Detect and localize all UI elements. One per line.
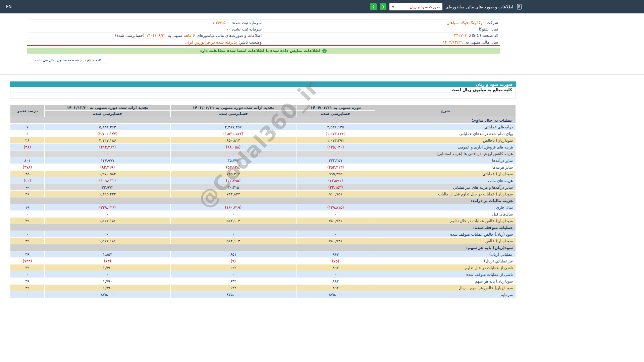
- top-bar: اطلاعات و صورت‌های مالی میاندوره‌ای صورت…: [0, 0, 644, 13]
- cell-percent-change: (۳۷۸): [10, 164, 45, 170]
- unregistered-capital-label: سرمایه ثبت نشده:: [230, 27, 262, 32]
- cell-value: ۰: [296, 150, 375, 157]
- statement-table-body: عملیات در حال تداوم:درآمدهاي عملياتي۲,۵۴…: [10, 117, 516, 298]
- table-row: غیرعملیاتي (ریال)(۷۵)(۹)(۶۳)(۷۲۳): [10, 258, 516, 264]
- cell-value: ۲,۵۴۶,۱۳۵: [296, 124, 375, 130]
- cell-value: ۰: [45, 231, 170, 237]
- cell-value: ۱,۹۷۰,۵۸۲: [45, 171, 170, 177]
- isic-label: کد صنعت (ISIC):: [469, 33, 498, 38]
- table-row: هزینه کاهش ارزش دریافتنی ها (هزینه استثن…: [10, 150, 516, 157]
- cell-value: ۸۷۵,۰۰۰: [45, 291, 170, 298]
- cell-value: ۰: [296, 211, 375, 217]
- statement-title-bar: صورت سود و زیان: [10, 81, 516, 87]
- section-row-label: هزینه مالیات بر درآمد:: [10, 197, 516, 204]
- signature-match-text: اطلاعات نمایش داده شده با اطلاعات امضا ش…: [200, 48, 321, 53]
- amounts-note-text: کلیه مبالغ به میلیون ریال است: [10, 87, 516, 93]
- row-label: ناشي از عملیات متوقف شده: [375, 271, 516, 278]
- cell-percent-change: ۲۶: [10, 191, 45, 197]
- cell-value: (۲۵۴,۲۱۳): [296, 164, 375, 170]
- report-period-suffix: (حسابرسی شده): [115, 33, 145, 38]
- cell-value: ۷۸۰,۹۳۶: [296, 238, 375, 244]
- fiscal-year-value: ۱۴۰۴/۱۲/۲۹: [443, 40, 463, 45]
- col-header-audited-1: حسابرسی شده: [296, 110, 375, 117]
- row-label: سود(زیان) ناخالص: [375, 137, 516, 143]
- table-row: سود(زیان) خالص۷۸۰,۹۳۶۵۶۲,۱۰۳۱,۵۶۶,۱۸۶۳۹: [10, 238, 516, 244]
- statement-section: صورت سود و زیان کلیه مبالغ به میلیون ریا…: [10, 81, 516, 298]
- table-row: درآمدهاي عملياتي۲,۵۴۶,۱۳۵۲,۳۸۷,۳۵۷۵,۸۳۱,…: [10, 124, 516, 130]
- row-label: سایر درآمدها: [375, 157, 516, 164]
- cell-value: ۱,۸۹۵,۲۲۲: [45, 191, 170, 197]
- cell-percent-change: ۰: [10, 150, 45, 157]
- table-row: سود (زیان) خالص عملیات متوقف شده۰۰۰۰: [10, 231, 516, 237]
- symbol-label: نماد:: [490, 27, 498, 32]
- row-label: سرمایه: [375, 291, 516, 298]
- table-row: سایر درآمدها۳۲۲,۲۵۷۳۵,۷۷۴۱۴۷,۹۷۷۸۰۱: [10, 157, 516, 164]
- unregistered-capital-value: ۰: [226, 27, 228, 32]
- cell-value: ۱,۷۹۰: [45, 264, 170, 271]
- table-row: سود(زیان) خالص عملیات در حال تداوم۷۸۰,۹۳…: [10, 218, 516, 224]
- cell-value: ۸۹۲: [296, 264, 375, 271]
- cell-value: ۱,۵۶۶,۱۸۶: [45, 238, 170, 244]
- cell-value: (۱,۵۳۶,۵۴۳): [170, 130, 296, 137]
- prev-statement-button[interactable]: ❯: [370, 3, 377, 10]
- section-row-label: عملیات متوقف شده:: [10, 224, 516, 231]
- cell-value: (۱۰۹,۴۳۲): [45, 177, 170, 184]
- isic-value: ۴۴۲۲۰۳: [454, 33, 467, 38]
- signature-match-banner: i اطلاعات نمایش داده شده با اطلاعات امضا…: [27, 48, 500, 54]
- company-info-table: شرکت: توکا رنگ فولاد سپاهان سرمایه ثبت ش…: [27, 19, 500, 46]
- cell-value: ۱,۷۹۰: [45, 278, 170, 284]
- cell-value: ۱,۷۹۰: [45, 285, 170, 291]
- cell-percent-change: (۴۸): [10, 144, 45, 150]
- registered-capital-value: ۱,۲۶۲,۵۰۰: [212, 20, 230, 25]
- table-row: سال جاری(۱۲۹,۸۱۵)(۱۶۰,۷۱۹)(۳۲۹,۰۳۶)۱۹: [10, 204, 516, 210]
- cell-value: (۷۵): [296, 258, 375, 264]
- issuer-status-value: پذیرفته شده در فرابورس ایران: [185, 40, 237, 45]
- row-label: هزینه های فروش, اداری و عمومی: [375, 144, 516, 150]
- cell-value: (۳۲۹,۰۳۶): [45, 204, 170, 210]
- row-label: درآمدهاي عملياتي: [375, 124, 516, 130]
- cell-value: ۰: [170, 211, 296, 217]
- cell-percent-change: ۳۹: [10, 278, 45, 284]
- col-header-audited-3: حسابرسی شده: [45, 110, 170, 117]
- col-header-period-current: دوره منتهی به ۱۴۰۴/۰۶/۳۱: [296, 105, 375, 110]
- language-toggle-en[interactable]: EN: [6, 4, 12, 9]
- cell-value: ۰: [170, 231, 296, 237]
- cell-value: ۰: [296, 231, 375, 237]
- amounts-note-box: کلیه مبالغ به میلیون ریال است: [10, 87, 516, 99]
- cell-value: (۱۶۰,۷۱۹): [170, 204, 296, 210]
- col-header-period-prior: تجدید ارائه شده دوره منتهی به ۱۴۰۳/۰۶/۳۱: [170, 105, 296, 110]
- cell-value: ۳۵,۷۷۴: [170, 157, 296, 164]
- row-label: بهای تمام شده درآمدهای عملیاتی: [375, 130, 516, 137]
- cell-percent-change: (۷۲۳): [10, 258, 45, 264]
- table-section-row: هزینه مالیات بر درآمد:: [10, 197, 516, 204]
- row-label: سود(زیان) عملیاتي: [375, 171, 516, 177]
- cell-value: ۸۹۲: [296, 278, 375, 284]
- cell-value: ۸۹۲: [296, 285, 375, 291]
- table-row: سود(زیان) عملیاتي۹۹۵,۴۹۵۷۳۵,۴۰۲۱,۹۷۰,۵۸۲…: [10, 171, 516, 177]
- cell-percent-change: --: [10, 184, 45, 190]
- table-section-row: سود(زیان) پایه هر سهم:: [10, 244, 516, 251]
- statement-type-dropdown[interactable]: صورت سود و زیان ▾: [389, 3, 442, 10]
- cell-value: (۴۲,۷۹۵): [170, 177, 296, 184]
- section-row-label: سود(زیان) پایه هر سهم:: [10, 244, 516, 251]
- company-label: شرکت:: [485, 20, 498, 25]
- table-row: سرمایه۸۷۵,۰۰۰۸۷۵,۰۰۰۸۷۵,۰۰۰۰: [10, 291, 516, 298]
- table-row: هزینه های فروش, اداری و عمومی(۱۴۵,۰۴۰)(۹…: [10, 144, 516, 150]
- cell-value: ۰: [170, 150, 296, 157]
- next-statement-button[interactable]: ❮: [380, 3, 386, 10]
- cell-value: (۱۴۵,۰۴۰): [296, 144, 375, 150]
- table-row: ناشي از عملیات متوقف شده۰۰۰۰: [10, 271, 516, 278]
- cell-value: ۸۵۰,۸۱۴: [170, 137, 296, 143]
- report-period-cell: اطلاعات و صورت‌های مالی میاندوره‌ای ۶ ما…: [27, 33, 263, 38]
- cell-value: (۶۳): [45, 258, 170, 264]
- info-row: سال مالی منتهی به: ۱۴۰۴/۱۲/۲۹ وضعیت ناشر…: [27, 39, 500, 45]
- cell-percent-change: ۴۹: [10, 251, 45, 257]
- row-label: هزینه کاهش ارزش دریافتنی ها (هزینه استثن…: [375, 150, 516, 157]
- section-divider: [0, 74, 644, 75]
- amounts-note-empty-row: [10, 93, 516, 99]
- table-row: هزینه های مالی(۶۲,۵۹۱)(۴۲,۷۹۵)(۱۰۹,۴۳۲)(…: [10, 177, 516, 184]
- cell-value: ۰: [170, 271, 296, 278]
- row-label: سود (زیان) خالص عملیات متوقف شده: [375, 231, 516, 237]
- row-label: غیرعملیاتي (ریال): [375, 258, 516, 264]
- row-label: سود (زیان) خالص هر سهم – ریال: [375, 285, 516, 291]
